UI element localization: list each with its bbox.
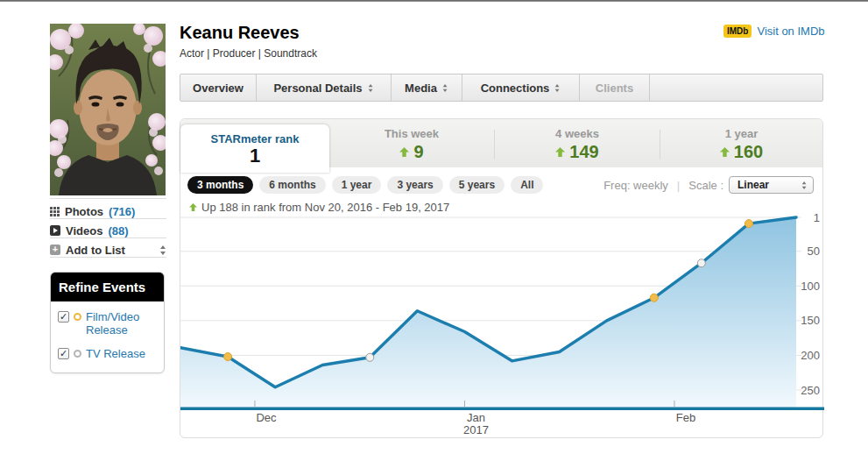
film-release-event-dot[interactable]: [224, 353, 232, 361]
stat-1-year: 1 year 160: [660, 119, 822, 167]
scale-select[interactable]: Linear: [729, 176, 814, 194]
chart-controls: 3 months 6 months 1 year 3 years 5 years…: [187, 175, 814, 195]
divider: |: [677, 179, 680, 192]
scale-selected-value: Linear: [737, 179, 769, 191]
stat-this-week-value: 9: [413, 142, 423, 162]
svg-text:Jan: Jan: [467, 411, 485, 424]
range-5-years[interactable]: 5 years: [449, 176, 505, 194]
stat-this-week-label: This week: [329, 127, 494, 140]
svg-text:150: 150: [801, 314, 820, 327]
main-tab-bar: Overview Personal Details Media Connecti…: [180, 74, 823, 102]
tab-overview-label: Overview: [193, 82, 243, 95]
tab-personal-details-label: Personal Details: [273, 82, 362, 95]
range-1-year[interactable]: 1 year: [332, 176, 382, 194]
divider: [50, 218, 166, 219]
stat-1-year-label: 1 year: [660, 127, 822, 140]
starmeter-panel: STARmeter rank 1 This week 9 4 weeks 149…: [180, 118, 823, 438]
profession-list: Actor | Producer | Soundtrack: [180, 47, 317, 60]
refine-events-title: Refine Events: [51, 273, 164, 301]
green-up-arrow-icon: [555, 147, 565, 157]
add-to-list-plus-icon: +: [50, 245, 60, 255]
refine-events-box: Refine Events ✓ Film/Video Release ✓ TV …: [50, 272, 165, 373]
filter-film-video-release[interactable]: ✓ Film/Video Release: [58, 310, 157, 337]
divider: [50, 257, 166, 258]
window-top-edge: [0, 0, 868, 2]
videos-label: Videos: [66, 224, 102, 238]
visit-on-imdb-label: Visit on IMDb: [757, 25, 824, 38]
svg-text:250: 250: [801, 384, 820, 397]
stat-4-weeks-value: 149: [569, 142, 598, 162]
tab-connections[interactable]: Connections: [462, 74, 580, 101]
photos-label: Photos: [65, 205, 103, 218]
chevron-up-down-icon: [443, 84, 448, 92]
range-3-years[interactable]: 3 years: [387, 176, 442, 194]
filter-tv-release[interactable]: ✓ TV Release: [58, 347, 157, 360]
starmeter-chart[interactable]: 150100150200250DecJan2017Feb: [180, 209, 824, 439]
range-3-months[interactable]: 3 months: [187, 176, 253, 194]
svg-text:1: 1: [814, 211, 820, 224]
film-event-dot-icon: [74, 313, 81, 321]
visit-on-imdb-link[interactable]: IMDb Visit on IMDb: [723, 25, 825, 38]
stat-4-weeks: 4 weeks 149: [495, 119, 660, 167]
starmeter-rank-tab[interactable]: STARmeter rank 1: [180, 124, 329, 173]
svg-text:100: 100: [801, 280, 820, 293]
tab-clients: Clients: [580, 74, 650, 101]
svg-text:Feb: Feb: [676, 411, 695, 424]
film-release-event-dot[interactable]: [745, 220, 752, 228]
stat-1-year-value: 160: [734, 142, 763, 162]
tab-connections-label: Connections: [481, 82, 550, 95]
film-release-event-dot[interactable]: [650, 294, 658, 301]
tab-personal-details[interactable]: Personal Details: [257, 74, 392, 101]
chevron-up-down-icon: [368, 84, 373, 92]
range-all[interactable]: All: [511, 176, 543, 194]
checkbox-tv[interactable]: ✓: [58, 348, 69, 359]
tv-event-dot-icon: [74, 350, 81, 358]
videos-count: (88): [108, 224, 128, 238]
svg-text:200: 200: [801, 349, 820, 362]
photos-count: (716): [109, 205, 135, 218]
photos-grid-icon: [50, 207, 60, 216]
svg-text:Dec: Dec: [256, 411, 277, 424]
green-up-arrow-icon: [399, 147, 409, 157]
starmeter-rank-value: 1: [180, 145, 329, 167]
range-6-months[interactable]: 6 months: [259, 176, 325, 194]
tv-release-event-dot[interactable]: [697, 259, 705, 267]
divider: [50, 198, 166, 199]
chevron-up-down-icon: [160, 245, 166, 255]
film-video-release-label[interactable]: Film/Video Release: [86, 310, 157, 337]
tv-release-label[interactable]: TV Release: [86, 347, 145, 360]
tab-media[interactable]: Media: [392, 74, 462, 101]
checkbox-film-video[interactable]: ✓: [58, 311, 69, 323]
svg-text:2017: 2017: [463, 423, 489, 436]
profile-photo: [50, 24, 166, 195]
svg-text:50: 50: [808, 245, 820, 258]
scale-label: Scale :: [688, 179, 723, 192]
starmeter-rank-label: STARmeter rank: [180, 132, 329, 145]
stat-4-weeks-label: 4 weeks: [495, 127, 660, 140]
green-up-arrow-icon: [720, 147, 730, 157]
tab-clients-label: Clients: [596, 82, 633, 95]
chevron-up-down-icon: [555, 84, 561, 92]
frequency-label: Freq: weekly: [603, 179, 668, 192]
tv-release-event-dot[interactable]: [366, 353, 374, 361]
tab-media-label: Media: [405, 82, 437, 95]
page-title: Keanu Reeves: [180, 23, 300, 43]
add-to-list-label: Add to List: [66, 244, 125, 257]
divider: [50, 238, 166, 238]
imdb-logo-icon: IMDb: [723, 25, 752, 38]
tab-overview[interactable]: Overview: [180, 74, 257, 101]
stat-this-week: This week 9: [329, 119, 494, 167]
chevron-up-down-icon: [802, 181, 808, 189]
videos-play-icon: [50, 225, 60, 236]
